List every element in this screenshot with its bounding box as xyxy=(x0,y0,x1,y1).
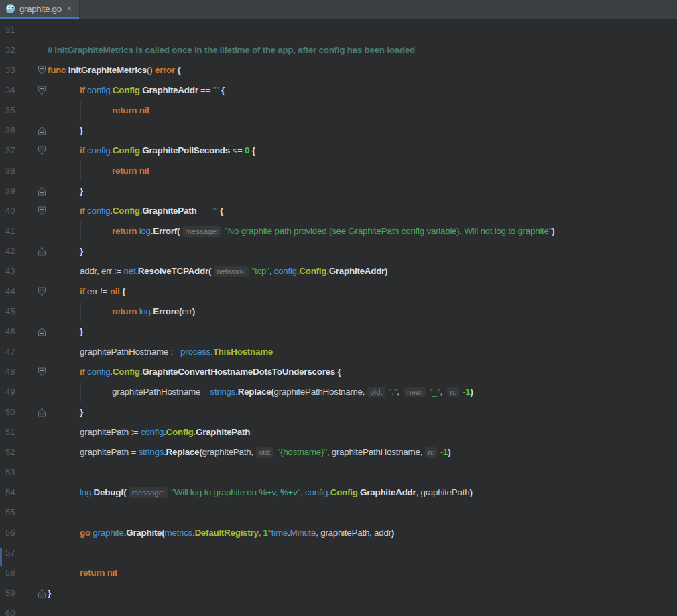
token-kw: func xyxy=(48,65,66,75)
code-line[interactable]: 40if config.Config.GraphitePath == "" { xyxy=(0,201,677,221)
code-text: log.Debugf(message:"Will log to graphite… xyxy=(0,483,677,503)
token-pln: , xyxy=(397,387,402,397)
code-line[interactable]: 33func InitGraphiteMetrics() error { xyxy=(0,60,677,80)
code-line[interactable]: 57 xyxy=(0,543,677,563)
token-mem: Replace xyxy=(238,387,271,397)
code-line[interactable]: 58return nil xyxy=(0,563,677,583)
token-mem: GraphitePath xyxy=(142,206,196,216)
token-pln: graphitePathHostname = xyxy=(112,387,210,397)
code-line[interactable]: 44if err != nil { xyxy=(0,282,677,302)
token-mem: Graphite xyxy=(126,528,162,538)
token-pln: <= xyxy=(230,145,245,156)
code-line[interactable]: 36} xyxy=(0,121,677,141)
code-line[interactable]: 52graphitePath = strings.Replace(graphit… xyxy=(0,442,677,463)
parameter-hint: network: xyxy=(214,266,248,277)
token-str: "Will log to graphite on xyxy=(171,487,259,497)
code-line[interactable]: 31 xyxy=(0,20,677,40)
token-pun: ) xyxy=(391,528,394,538)
token-pln: , graphitePath, addr xyxy=(316,528,391,538)
code-line[interactable]: 45return log.Errore(err) xyxy=(0,302,677,322)
token-pkg: process xyxy=(180,347,210,357)
token-mem: GraphiteAddr xyxy=(329,266,385,276)
tab-title: graphite.go xyxy=(19,4,62,14)
code-line[interactable]: 38return nil xyxy=(0,161,677,181)
token-pln: graphitePath, xyxy=(202,447,253,457)
code-line[interactable]: 47graphitePathHostname := process.ThisHo… xyxy=(0,342,677,362)
token-pkg: log xyxy=(80,487,91,497)
code-line[interactable]: 54log.Debugf(message:"Will log to graphi… xyxy=(0,483,677,503)
token-pln: , graphitePathHostname, xyxy=(327,447,422,457)
code-line[interactable]: 43addr, err := net.ResolveTCPAddr(networ… xyxy=(0,261,677,282)
token-pun: } xyxy=(80,246,83,256)
code-line[interactable]: 35return nil xyxy=(0,101,677,121)
code-line[interactable]: 50} xyxy=(0,402,677,422)
code-line[interactable]: 32// InitGraphiteMetrics is called once … xyxy=(0,40,677,60)
code-line[interactable]: 34if config.Config.GraphiteAddr == "" { xyxy=(0,80,677,101)
code-text: graphitePathHostname = strings.Replace(g… xyxy=(0,382,677,402)
token-pkg: strings xyxy=(210,387,236,397)
code-text xyxy=(0,543,677,563)
token-kw: if xyxy=(80,206,85,216)
code-line[interactable]: 53 xyxy=(0,463,677,483)
code-line[interactable]: 55 xyxy=(0,503,677,523)
code-text: } xyxy=(0,402,677,422)
code-text: } xyxy=(0,121,677,141)
code-line[interactable]: 46} xyxy=(0,322,677,342)
code-text: addr, err := net.ResolveTCPAddr(network:… xyxy=(0,261,677,282)
code-text xyxy=(0,20,677,40)
token-pln: , xyxy=(300,487,305,497)
token-mem: GraphitePath xyxy=(196,427,250,437)
token-kw: return xyxy=(112,166,137,176)
token-kw: nil xyxy=(139,166,149,176)
code-line[interactable]: 41return log.Errorf(message:"No graphite… xyxy=(0,221,677,241)
code-line[interactable]: 48if config.Config.GraphiteConvertHostna… xyxy=(0,362,677,382)
token-kw: if xyxy=(80,85,85,95)
token-kw: go xyxy=(80,528,90,538)
token-pkg: config xyxy=(87,145,110,156)
code-line[interactable]: 51graphitePath := config.Config.Graphite… xyxy=(0,422,677,442)
code-line[interactable]: 49graphitePathHostname = strings.Replace… xyxy=(0,382,677,402)
parameter-hint: message: xyxy=(129,487,168,498)
token-kw: if xyxy=(80,145,85,156)
code-line[interactable]: 60 xyxy=(0,603,677,616)
token-mem: GraphiteAddr xyxy=(360,487,416,497)
token-mem: Replace xyxy=(166,447,200,457)
token-pkg: log xyxy=(139,226,151,236)
code-text: graphitePathHostname := process.ThisHost… xyxy=(0,342,677,362)
tab-close-icon[interactable]: × xyxy=(66,4,73,13)
token-fld: Config xyxy=(166,427,194,437)
code-line[interactable]: 42} xyxy=(0,241,677,261)
token-pkg: config xyxy=(141,427,164,437)
code-text: if config.Config.GraphitePath == "" { xyxy=(0,201,677,221)
token-mem: InitGraphiteMetrics xyxy=(68,65,147,75)
code-text: return nil xyxy=(0,101,677,121)
token-pkg: metrics xyxy=(165,528,192,538)
token-pln: == xyxy=(196,206,211,216)
tab-graphite-go[interactable]: graphite.go × xyxy=(0,0,80,19)
code-line[interactable]: 56go graphite.Graphite(metrics.DefaultRe… xyxy=(0,523,677,543)
code-text xyxy=(0,603,677,616)
code-line[interactable]: 39} xyxy=(0,181,677,201)
token-fmt: %+v xyxy=(259,487,275,497)
token-mem: Errore xyxy=(153,306,179,316)
token-pln: graphitePathHostname, xyxy=(274,387,365,397)
token-pln: , graphitePath xyxy=(416,487,470,497)
token-pln: == xyxy=(198,85,213,95)
code-editor[interactable]: 3132// InitGraphiteMetrics is called onc… xyxy=(0,20,677,616)
code-line[interactable]: 37if config.Config.GraphitePollSeconds <… xyxy=(0,141,677,161)
token-pun: { xyxy=(219,85,225,95)
code-line[interactable]: 59} xyxy=(0,583,677,603)
token-mem: GraphiteAddr xyxy=(142,85,198,95)
parameter-hint: new: xyxy=(404,387,426,397)
token-pun: } xyxy=(48,588,51,598)
token-pun: ( xyxy=(208,266,211,276)
token-pun: ) xyxy=(552,226,554,236)
token-str: , xyxy=(275,487,280,497)
token-pkg: time xyxy=(271,528,288,538)
token-mem: Errorf xyxy=(153,226,177,236)
token-kw: nil xyxy=(139,105,149,115)
token-pkg: config xyxy=(305,487,328,497)
token-pun: } xyxy=(80,186,83,196)
token-str: "." xyxy=(389,387,397,397)
token-pun: ( xyxy=(177,226,180,236)
